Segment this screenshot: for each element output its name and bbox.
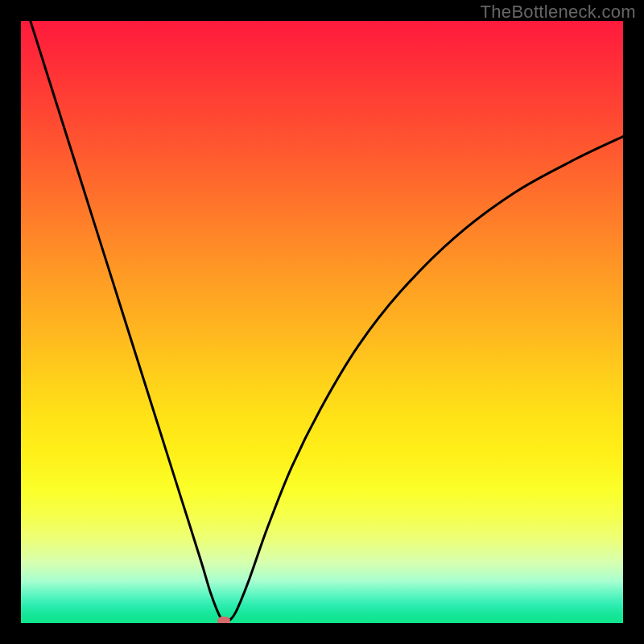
plot-area [21,21,623,623]
watermark-text: TheBottleneck.com [481,2,636,23]
curve-svg [21,21,623,623]
chart-frame: TheBottleneck.com [0,0,644,644]
bottleneck-curve [21,21,623,621]
optimal-point-marker [217,617,230,623]
